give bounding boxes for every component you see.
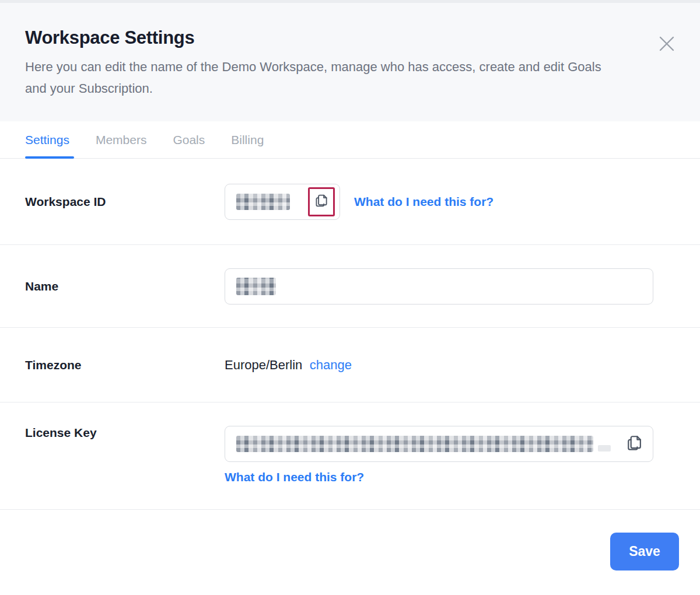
workspace-id-help-link[interactable]: What do I need this for? xyxy=(354,195,494,209)
tab-bar: Settings Members Goals Billing xyxy=(0,121,700,159)
license-key-help-link[interactable]: What do I need this for? xyxy=(225,470,364,484)
tab-billing[interactable]: Billing xyxy=(231,121,264,158)
copy-workspace-id-button[interactable] xyxy=(308,187,335,216)
timezone-label: Timezone xyxy=(0,358,225,372)
workspace-id-redacted-value xyxy=(236,194,290,210)
timezone-value-group: Europe/Berlin change xyxy=(225,358,352,373)
license-key-row: License Key What do I ne xyxy=(0,402,700,510)
license-key-label: License Key xyxy=(0,426,225,440)
license-key-ellipsis xyxy=(598,445,611,452)
name-label: Name xyxy=(0,279,225,293)
tab-settings-label: Settings xyxy=(25,133,69,147)
license-key-field[interactable] xyxy=(225,426,653,462)
copy-icon xyxy=(625,434,643,454)
modal-footer: Save xyxy=(0,510,700,595)
copy-icon xyxy=(314,193,329,210)
copy-license-key-button[interactable] xyxy=(624,433,645,454)
workspace-settings-modal: Workspace Settings Here you can edit the… xyxy=(0,0,700,595)
name-row: Name xyxy=(0,245,700,328)
tab-members-label: Members xyxy=(96,133,147,147)
save-button[interactable]: Save xyxy=(610,533,679,570)
tab-billing-label: Billing xyxy=(231,133,264,147)
tab-goals-label: Goals xyxy=(173,133,205,147)
license-key-column: What do I need this for? xyxy=(225,426,653,484)
modal-subtitle: Here you can edit the name of the Demo W… xyxy=(25,56,608,99)
license-key-redacted-wrap xyxy=(236,426,611,461)
tab-settings[interactable]: Settings xyxy=(25,121,69,158)
name-redacted-value xyxy=(236,278,276,295)
tab-goals[interactable]: Goals xyxy=(173,121,205,158)
modal-header: Workspace Settings Here you can edit the… xyxy=(0,0,700,121)
name-input[interactable] xyxy=(225,268,653,304)
timezone-row: Timezone Europe/Berlin change xyxy=(0,328,700,402)
close-button[interactable] xyxy=(657,35,676,54)
workspace-id-label: Workspace ID xyxy=(0,195,225,209)
workspace-id-field[interactable] xyxy=(225,184,340,220)
license-key-redacted-value xyxy=(236,436,593,452)
close-icon xyxy=(658,35,676,54)
workspace-id-row: Workspace ID What do I need this for? xyxy=(0,159,700,245)
tab-members[interactable]: Members xyxy=(96,121,147,158)
timezone-change-link[interactable]: change xyxy=(310,358,352,372)
timezone-value: Europe/Berlin xyxy=(225,358,302,372)
page-title: Workspace Settings xyxy=(25,3,674,48)
